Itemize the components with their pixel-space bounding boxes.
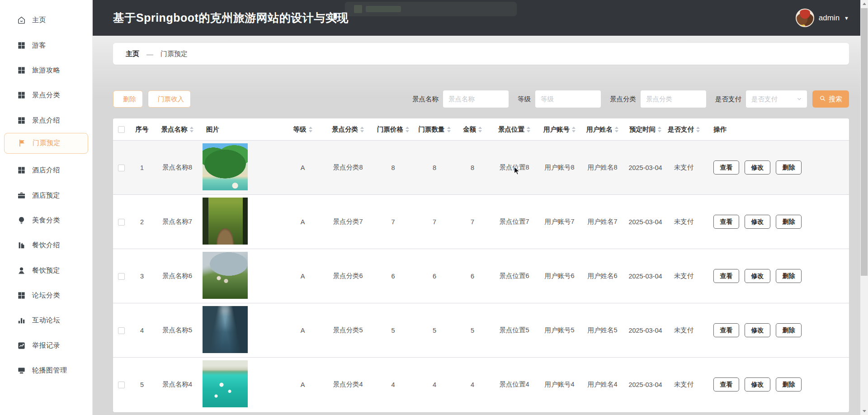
- sidebar-item-ticket-booking[interactable]: 门票预定: [4, 133, 88, 154]
- cell-price: 5: [372, 327, 415, 334]
- sort-caret-icon[interactable]: [658, 127, 661, 132]
- avatar[interactable]: [796, 9, 814, 27]
- toolbar-actions: 删除 门票收入: [113, 90, 191, 108]
- row-checkbox[interactable]: [118, 165, 125, 171]
- cell-index: 1: [129, 164, 155, 171]
- edit-button[interactable]: 修改: [745, 269, 770, 283]
- user-menu[interactable]: admin ▼: [796, 0, 849, 36]
- spot-category-input[interactable]: [641, 90, 706, 108]
- filter-label-spot-category: 景点分类: [610, 95, 636, 104]
- delete-selected-button[interactable]: 删除: [113, 90, 143, 108]
- select-placeholder: 是否支付: [751, 95, 778, 104]
- column-header-5[interactable]: 景点分类: [324, 125, 372, 134]
- breadcrumb-home-link[interactable]: 主页: [126, 50, 139, 58]
- view-button[interactable]: 查看: [713, 215, 739, 229]
- sort-caret-icon[interactable]: [309, 127, 312, 132]
- cell-quantity: 4: [415, 381, 454, 388]
- sort-caret-icon[interactable]: [360, 127, 364, 132]
- column-header-10[interactable]: 用户账号: [538, 125, 581, 134]
- spot-photo-forest-path[interactable]: [203, 198, 248, 245]
- paid-select[interactable]: 是否支付: [746, 90, 807, 108]
- sort-caret-icon[interactable]: [572, 127, 576, 132]
- sort-caret-icon[interactable]: [696, 127, 700, 132]
- cell-category: 景点分类8: [324, 163, 372, 172]
- column-header-4[interactable]: 等级: [281, 125, 324, 134]
- cell-spot-name: 景点名称4: [155, 380, 200, 389]
- row-actions: 查看 修改 删除: [701, 269, 849, 283]
- sidebar-item-report-log[interactable]: 举报记录: [0, 333, 92, 358]
- sidebar-item-food-category[interactable]: 美食分类: [0, 208, 92, 233]
- edit-button[interactable]: 修改: [745, 160, 770, 174]
- column-header-6[interactable]: 门票价格: [372, 125, 415, 134]
- sidebar-item-travel-guide[interactable]: 旅游攻略: [0, 58, 92, 83]
- chevron-down-icon: [796, 96, 802, 102]
- row-checkbox[interactable]: [118, 273, 125, 280]
- view-button[interactable]: 查看: [713, 269, 739, 283]
- delete-button[interactable]: 删除: [776, 323, 802, 337]
- sidebar-item-home[interactable]: 主页: [0, 8, 92, 33]
- sort-caret-icon[interactable]: [190, 127, 193, 132]
- delete-button[interactable]: 删除: [776, 377, 802, 391]
- column-header-12[interactable]: 预定时间: [624, 125, 667, 134]
- sidebar-item-carousel[interactable]: 轮播图管理: [0, 358, 92, 383]
- column-header-9[interactable]: 景点位置: [491, 125, 538, 134]
- spot-photo-mountain-village[interactable]: [203, 252, 248, 299]
- page-title: 基于Springboot的克州旅游网站的设计与实现: [113, 10, 349, 25]
- spot-name-input[interactable]: [443, 90, 509, 108]
- sidebar-item-label: 餐饮预定: [32, 266, 60, 275]
- sidebar-item-hotel-booking[interactable]: 酒店预定: [0, 183, 92, 208]
- delete-button[interactable]: 删除: [776, 215, 802, 229]
- spot-photo-canyon-river[interactable]: [203, 306, 248, 353]
- sidebar-item-dining-booking[interactable]: 餐饮预定: [0, 258, 92, 283]
- view-button[interactable]: 查看: [713, 377, 739, 391]
- sidebar-item-dining-intro[interactable]: 餐饮介绍: [0, 233, 92, 258]
- delete-button[interactable]: 删除: [776, 269, 802, 283]
- column-header-2[interactable]: 景点名称: [155, 125, 200, 134]
- sort-caret-icon[interactable]: [406, 127, 409, 132]
- sidebar-item-tourists[interactable]: 游客: [0, 33, 92, 57]
- column-header-8[interactable]: 金额: [454, 125, 491, 134]
- edit-button[interactable]: 修改: [745, 323, 770, 337]
- sort-caret-icon[interactable]: [478, 127, 482, 132]
- vertical-scrollbar[interactable]: [860, 0, 868, 415]
- spot-photo-tropical-beach-palms[interactable]: [203, 143, 248, 190]
- edit-button[interactable]: 修改: [745, 377, 770, 391]
- select-all-checkbox[interactable]: [118, 126, 125, 133]
- delete-button[interactable]: 删除: [776, 160, 802, 174]
- scroll-up-arrow[interactable]: [860, 0, 868, 8]
- row-checkbox[interactable]: [118, 219, 125, 226]
- sort-caret-icon[interactable]: [447, 127, 451, 132]
- view-button[interactable]: 查看: [713, 323, 739, 337]
- view-button[interactable]: 查看: [713, 160, 739, 174]
- cell-index: 4: [129, 327, 155, 334]
- sidebar-item-spot-intro[interactable]: 景点介绍: [0, 108, 92, 133]
- sidebar-item-forum-category[interactable]: 论坛分类: [0, 283, 92, 308]
- scroll-down-arrow[interactable]: [860, 407, 868, 415]
- column-header-13[interactable]: 是否支付: [667, 125, 701, 134]
- sidebar-item-forum[interactable]: 互动论坛: [0, 308, 92, 333]
- spot-photo-turquoise-bay-boats[interactable]: [203, 360, 248, 407]
- ticket-income-button[interactable]: 门票收入: [148, 90, 191, 108]
- sidebar-item-label: 主页: [32, 16, 46, 24]
- cell-level: A: [281, 164, 324, 171]
- sort-caret-icon[interactable]: [527, 127, 530, 132]
- sidebar-item-label: 论坛分类: [32, 291, 60, 300]
- sidebar-item-label: 旅游攻略: [32, 66, 60, 75]
- sidebar-item-hotel-intro[interactable]: 酒店介绍: [0, 158, 92, 183]
- sidebar-item-spot-category[interactable]: 景点分类: [0, 83, 92, 108]
- cell-account: 用户账号4: [538, 380, 581, 389]
- row-checkbox[interactable]: [118, 382, 125, 388]
- cell-price: 8: [372, 164, 415, 171]
- column-header-11[interactable]: 用户姓名: [581, 125, 624, 134]
- level-input[interactable]: [535, 90, 601, 108]
- cell-paid-status: 未支付: [667, 272, 701, 280]
- cell-amount: 5: [454, 327, 491, 334]
- search-button[interactable]: 搜索: [812, 90, 849, 108]
- scrollbar-thumb[interactable]: [861, 8, 868, 276]
- sort-caret-icon[interactable]: [615, 127, 618, 132]
- cell-price: 6: [372, 273, 415, 280]
- column-header-7[interactable]: 门票数量: [415, 125, 454, 134]
- person-icon: [17, 266, 26, 275]
- edit-button[interactable]: 修改: [745, 215, 770, 229]
- row-checkbox[interactable]: [118, 327, 125, 334]
